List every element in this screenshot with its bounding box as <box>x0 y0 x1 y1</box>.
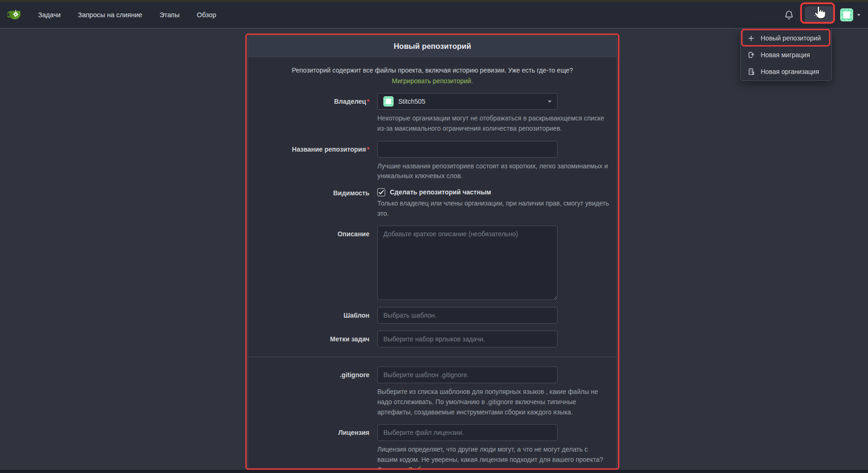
menu-item-new-organization[interactable]: Новая организация <box>741 63 831 80</box>
visibility-help-text: Только владелец или члены организации, п… <box>377 199 609 219</box>
menu-item-label: Новая организация <box>761 68 819 75</box>
issue-labels-input[interactable] <box>377 331 558 347</box>
menu-item-new-repository[interactable]: Новый репозиторий <box>741 30 831 47</box>
repo-name-label: Название репозитория* <box>256 141 369 181</box>
chevron-down-icon <box>857 14 861 16</box>
required-asterisk: * <box>367 98 369 105</box>
visibility-label: Видимость <box>256 188 369 219</box>
gitignore-input[interactable] <box>377 366 558 383</box>
form-body: Репозиторий содержит все файлы проекта, … <box>248 57 617 473</box>
required-asterisk: * <box>367 146 369 153</box>
template-label: Шаблон <box>256 307 369 324</box>
label-text: Название репозитория <box>292 146 366 153</box>
nav-item-issues[interactable]: Задачи <box>38 11 61 19</box>
migrate-repository-link[interactable]: Мигрировать репозиторий. <box>392 77 473 85</box>
user-avatar <box>840 8 853 21</box>
field-row-template: Шаблон <box>256 307 609 324</box>
field-row-description: Описание <box>256 226 609 300</box>
description-label: Описание <box>256 226 369 300</box>
nav-item-milestones[interactable]: Этапы <box>159 11 179 19</box>
owner-help-text: Некоторые организации могут не отображат… <box>377 113 609 133</box>
repo-name-input[interactable] <box>377 141 558 158</box>
gitea-logo-icon[interactable] <box>7 8 22 21</box>
label-text: Владелец <box>334 98 366 105</box>
page-title: Новый репозиторий <box>394 42 471 50</box>
menu-item-label: Новый репозиторий <box>761 34 821 42</box>
label-text: .gitignore <box>340 371 369 379</box>
field-row-issue-labels: Метки задач <box>256 331 609 347</box>
intro-static-text: Репозиторий содержит все файлы проекта, … <box>292 67 573 74</box>
field-row-license: Лицензия Лицензия определяет, что другие… <box>256 424 609 473</box>
field-row-visibility: Видимость Сделать репозиторий частным То… <box>256 188 609 219</box>
label-text: Метки задач <box>330 335 369 343</box>
section-divider <box>248 357 617 357</box>
form-header: Новый репозиторий <box>248 36 617 57</box>
field-row-repo-name: Название репозитория* Лучшие названия ре… <box>256 141 609 181</box>
cursor-pointer-icon <box>814 6 827 22</box>
plus-icon <box>747 35 755 42</box>
top-navbar: Задачи Запросы на слияние Этапы Обзор + <box>0 2 868 28</box>
owner-label: Владелец* <box>256 93 369 133</box>
owner-select[interactable]: Stitch505 <box>377 93 558 110</box>
owner-selected-value: Stitch505 <box>398 98 544 105</box>
migrate-icon <box>747 51 755 59</box>
nav-item-explore[interactable]: Обзор <box>197 11 216 19</box>
label-text: Шаблон <box>343 312 369 319</box>
field-row-owner: Владелец* Stitch505 Некотор <box>256 93 609 133</box>
private-checkbox-label[interactable]: Сделать репозиторий частным <box>390 188 491 196</box>
label-text: Описание <box>337 230 369 238</box>
notifications-bell-icon[interactable] <box>783 9 795 20</box>
license-label: Лицензия <box>256 424 369 473</box>
repo-name-help-text: Лучшие названия репозиториев состоят из … <box>377 161 609 181</box>
gitignore-help-text: Выберите из списка шаблонов для популярн… <box>377 387 609 417</box>
window-bottom-strip <box>0 470 868 473</box>
description-textarea[interactable] <box>377 226 558 300</box>
new-repository-form: Новый репозиторий Репозиторий содержит в… <box>248 36 617 473</box>
gitignore-label: .gitignore <box>256 366 369 417</box>
menu-item-label: Новая миграция <box>761 51 810 59</box>
organization-icon <box>747 68 755 75</box>
create-new-dropdown: Новый репозиторий Новая миграция Новая о… <box>740 29 832 81</box>
user-menu-trigger[interactable] <box>840 8 861 21</box>
nav-item-pull-requests[interactable]: Запросы на слияние <box>78 11 142 19</box>
issue-labels-label: Метки задач <box>256 331 369 347</box>
primary-nav: Задачи Запросы на слияние Этапы Обзор <box>38 11 216 19</box>
label-text: Видимость <box>333 189 369 197</box>
license-input[interactable] <box>377 424 558 441</box>
field-row-gitignore: .gitignore Выберите из списка шаблонов д… <box>256 366 609 417</box>
menu-item-new-migration[interactable]: Новая миграция <box>741 47 831 63</box>
license-help-text: Лицензия определяет, что другие люди мог… <box>377 445 609 473</box>
chevron-down-icon <box>548 100 552 103</box>
label-text: Лицензия <box>338 429 369 436</box>
form-intro-text: Репозиторий содержит все файлы проекта, … <box>256 64 609 87</box>
private-checkbox[interactable] <box>377 188 385 196</box>
owner-avatar <box>383 96 394 107</box>
template-input[interactable] <box>377 307 558 324</box>
